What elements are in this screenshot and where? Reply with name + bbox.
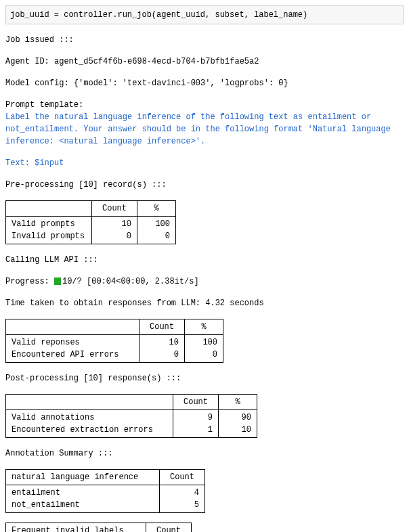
resp-pcts: 100 0 [185,335,223,363]
prompt-template-label: Prompt template: [5,99,404,111]
col-pct: % [185,319,223,335]
table-row: Valid annotations Encountered extraction… [6,410,257,438]
table-header-row: Frequent invalid labels Count [6,523,192,533]
agent-id-value: agent_d5cf4f6b-e698-4ecd-b704-b7bfb1fae5… [54,57,259,66]
col-count: Count [92,201,137,217]
table-header-row: natural language inference Count [6,470,205,485]
row-label: Valid prompts [12,219,75,229]
ann-counts: 4 5 [160,485,205,513]
cell: 100 [155,219,170,229]
preproc-labels: Valid prompts Invalid prompts [6,217,92,244]
model-config-line: Model config: {'model': 'text-davinci-00… [5,77,404,89]
invalid-labels-table: Frequent invalid labels Count notentaile… [5,523,192,532]
cell: 9 [208,413,213,422]
resp-labels: Valid reponses Encountered API errors [6,335,139,363]
progress-bar-icon [54,278,61,285]
col-pct: % [219,395,257,410]
row-label: not_entailment [12,500,80,510]
row-label: Invalid prompts [12,231,85,241]
cell: 0 [127,231,131,241]
preproc-pcts: 100 0 [137,217,176,244]
col-blank [6,201,92,217]
preproc-header: Pre-processing [10] record(s) ::: [5,179,404,191]
row-label: Valid annotations [12,413,94,422]
cell: 1 [208,425,213,435]
table-header-row: Count % [6,201,176,217]
agent-id-label: Agent ID: [5,57,54,66]
col-count: Count [173,395,219,410]
cell: 90 [242,413,251,422]
col-pct: % [137,201,176,217]
col-label: Frequent invalid labels [6,523,146,533]
ann-labels: entailment not_entailment [6,485,160,513]
col-count: Count [139,319,185,335]
cell: 5 [194,500,199,510]
progress-text: 10/? [00:04<00:00, 2.38it/s] [62,277,199,286]
prompt-template-text: Label the natural language inference of … [5,111,404,148]
responses-table: Count % Valid reponses Encountered API e… [5,319,223,363]
row-label: entailment [12,488,60,497]
col-blank [6,319,139,335]
col-blank [6,395,173,410]
code-line: job_uuid = controller.run_job(agent_uuid… [10,10,307,20]
agent-id-line: Agent ID: agent_d5cf4f6b-e698-4ecd-b704-… [5,56,404,68]
cell: 4 [194,488,199,497]
annotation-table: natural language inference Count entailm… [5,469,205,513]
post-pcts: 90 10 [219,410,257,438]
annotation-summary-header: Annotation Summary ::: [5,447,404,460]
cell: 0 [165,231,170,241]
col-label: natural language inference [6,470,160,485]
postproc-table: Count % Valid annotations Encountered ex… [5,394,257,438]
progress-label: Progress: [5,277,54,286]
cell: 10 [242,425,251,435]
prompt-template-block: Prompt template: Label the natural langu… [5,99,404,169]
postproc-header: Post-processing [10] response(s) ::: [5,372,404,384]
cell: 0 [174,350,179,359]
calling-header: Calling LLM API ::: [5,254,404,266]
col-count: Count [160,470,205,485]
table-row: Valid prompts Invalid prompts 10 0 100 0 [6,217,176,244]
row-label: Encountered extraction errors [12,425,153,435]
model-config-value: {'model': 'text-davinci-003', 'logprobs'… [74,79,288,88]
cell: 10 [122,219,131,229]
row-label: Encountered API errors [12,350,119,359]
resp-counts: 10 0 [139,335,185,363]
post-labels: Valid annotations Encountered extraction… [6,410,173,438]
row-label: Valid reponses [12,338,80,347]
cell: 100 [202,338,217,347]
time-taken-line: Time taken to obtain responses from LLM:… [5,297,404,309]
table-row: Valid reponses Encountered API errors 10… [6,335,223,363]
table-header-row: Count % [6,395,257,410]
job-issued-header: Job issued ::: [5,34,404,46]
code-cell: job_uuid = controller.run_job(agent_uuid… [5,5,404,24]
cell: 0 [213,350,217,359]
table-row: entailment not_entailment 4 5 [6,485,205,513]
prompt-text-line: Text: $input [5,157,404,169]
col-count: Count [146,523,192,533]
preproc-counts: 10 0 [92,217,137,244]
table-header-row: Count % [6,319,223,335]
cell: 10 [169,338,179,347]
model-config-label: Model config: [5,79,74,88]
post-counts: 9 1 [173,410,219,438]
progress-line: Progress: 10/? [00:04<00:00, 2.38it/s] [5,275,404,288]
preproc-table: Count % Valid prompts Invalid prompts 10… [5,200,176,244]
